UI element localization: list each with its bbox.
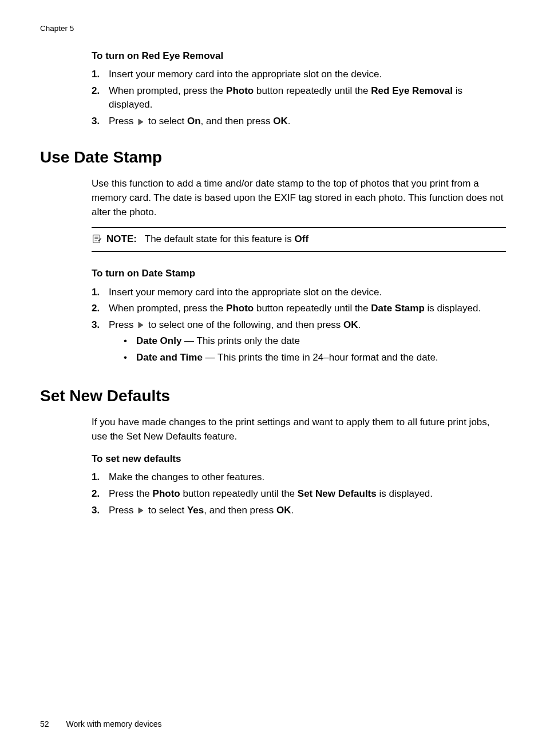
text-bold: Off (295, 233, 309, 244)
text: , and then press (204, 505, 276, 516)
step-number: 3. (92, 114, 109, 129)
list-item: • Date Only — This prints only the date (109, 334, 506, 349)
bullet-icon: • (124, 334, 136, 349)
steps-redeye: 1. Insert your memory card into the appr… (92, 68, 506, 129)
text-bold: On (187, 116, 201, 126)
intro-text: Use this function to add a time and/or d… (92, 177, 506, 219)
text-bold: Photo (226, 303, 254, 314)
section-date-stamp: Use this function to add a time and/or d… (92, 177, 506, 367)
text: Press the (109, 488, 153, 499)
list-item: 1. Insert your memory card into the appr… (92, 286, 506, 300)
list-item: 2. Press the Photo button repeatedly unt… (92, 487, 506, 501)
step-number: 2. (92, 84, 109, 98)
heading-date-stamp: Use Date Stamp (40, 146, 506, 169)
text-bold: OK (276, 505, 291, 516)
step-number: 3. (92, 318, 109, 333)
bullet-list: • Date Only — This prints only the date … (109, 334, 506, 365)
text: . (358, 319, 361, 330)
text: Press (109, 116, 136, 126)
bullet-icon: • (124, 351, 136, 365)
step-text: Insert your memory card into the appropr… (109, 286, 506, 300)
list-item: • Date and Time — This prints the time i… (109, 351, 506, 365)
step-number: 2. (92, 487, 109, 501)
footer-title: Work with memory devices (66, 719, 161, 729)
text-bold: Yes (187, 505, 204, 516)
text-bold: OK (273, 116, 288, 126)
step-number: 2. (92, 302, 109, 316)
text: is displayed. (425, 303, 481, 314)
note-box: NOTE: The default state for this feature… (92, 227, 506, 252)
text: button repeatedly until the (254, 303, 371, 314)
page-number: 52 (40, 719, 49, 729)
step-number: 1. (92, 286, 109, 300)
list-item: 2. When prompted, press the Photo button… (92, 84, 506, 112)
text-bold: Date Only (136, 335, 181, 346)
subheading-datestamp: To turn on Date Stamp (92, 267, 506, 281)
step-text: When prompted, press the Photo button re… (109, 302, 506, 316)
bullet-text: Date and Time — This prints the time in … (136, 351, 438, 365)
text-bold: Photo (153, 488, 180, 499)
right-arrow-icon (137, 322, 144, 328)
steps-datestamp: 1. Insert your memory card into the appr… (92, 286, 506, 367)
right-arrow-icon (137, 118, 144, 125)
step-text: Make the changes to other features. (109, 470, 506, 485)
text: to select (145, 505, 187, 516)
text: When prompted, press the (109, 85, 226, 96)
text: to select (145, 116, 187, 126)
text: The default state for this feature is (145, 233, 295, 244)
list-item: 2. When prompted, press the Photo button… (92, 302, 506, 316)
section-red-eye: To turn on Red Eye Removal 1. Insert you… (92, 49, 506, 129)
note-icon (92, 233, 102, 244)
text: . (288, 116, 291, 126)
step-text: Press to select Yes, and then press OK. (109, 504, 506, 518)
note-label: NOTE: (106, 233, 137, 244)
step-text: When prompted, press the Photo button re… (109, 84, 506, 112)
text-bold: Date Stamp (371, 303, 425, 314)
section-set-new-defaults: If you have made changes to the print se… (92, 415, 506, 517)
text: — This prints only the date (181, 335, 300, 346)
text-bold: OK (343, 319, 358, 330)
list-item: 1. Insert your memory card into the appr… (92, 68, 506, 82)
subheading-defaults: To set new defaults (92, 452, 506, 466)
text-bold: Red Eye Removal (371, 85, 453, 96)
subheading-redeye: To turn on Red Eye Removal (92, 49, 506, 64)
text: button repeatedly until the (180, 488, 298, 499)
intro-text: If you have made changes to the print se… (92, 415, 506, 444)
text-bold: Photo (226, 85, 254, 96)
text-bold: Date and Time (136, 352, 203, 363)
text: is displayed. (377, 488, 433, 499)
page-footer: 52 Work with memory devices (40, 718, 161, 730)
chapter-label: Chapter 5 (40, 23, 506, 34)
svg-rect-0 (93, 235, 100, 243)
text: . (291, 505, 294, 516)
step-text: Insert your memory card into the appropr… (109, 68, 506, 82)
list-item: 3. Press to select one of the following,… (92, 318, 506, 367)
step-text: Press to select On, and then press OK. (109, 114, 506, 129)
step-number: 1. (92, 68, 109, 82)
right-arrow-icon (137, 507, 144, 514)
text: button repeatedly until the (254, 85, 371, 96)
text: to select one of the following, and then… (145, 319, 343, 330)
list-item: 1. Make the changes to other features. (92, 470, 506, 485)
note-text: NOTE: The default state for this feature… (106, 232, 308, 247)
heading-set-new-defaults: Set New Defaults (40, 385, 506, 408)
bullet-text: Date Only — This prints only the date (136, 334, 300, 349)
text: Press (109, 505, 136, 516)
steps-defaults: 1. Make the changes to other features. 2… (92, 470, 506, 517)
text: — This prints the time in 24–hour format… (203, 352, 438, 363)
text: , and then press (201, 116, 274, 126)
text: When prompted, press the (109, 303, 226, 314)
list-item: 3. Press to select Yes, and then press O… (92, 504, 506, 518)
step-text: Press the Photo button repeatedly until … (109, 487, 506, 501)
text-bold: Set New Defaults (298, 488, 377, 499)
step-number: 3. (92, 504, 109, 518)
list-item: 3. Press to select On, and then press OK… (92, 114, 506, 129)
step-text: Press to select one of the following, an… (109, 318, 506, 367)
step-number: 1. (92, 470, 109, 485)
text: Press (109, 319, 136, 330)
